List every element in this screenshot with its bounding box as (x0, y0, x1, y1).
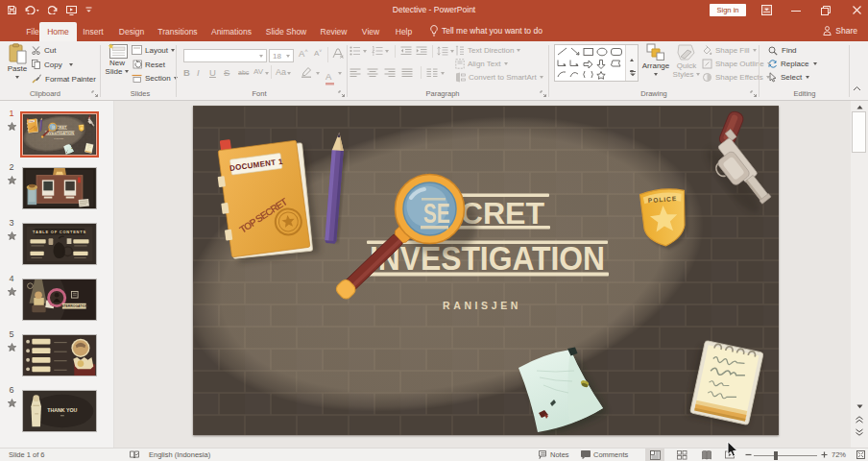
tab-view[interactable]: View (355, 22, 386, 41)
slide-subtitle[interactable]: RANISJEN (443, 300, 521, 311)
decrease-font-size-button[interactable]: A˅ (314, 48, 327, 58)
arrange-button[interactable]: Arrange (641, 43, 670, 76)
minimize-button[interactable] (782, 0, 810, 20)
sign-in-button[interactable]: Sign in (710, 4, 746, 17)
clear-formatting-button[interactable] (332, 48, 346, 59)
tab-slide-show[interactable]: Slide Show (261, 22, 311, 41)
format-painter-button[interactable]: Format Painter (32, 74, 96, 84)
shape-effects-button[interactable]: Shape Effects (702, 72, 770, 83)
replace-button[interactable]: Replace (767, 59, 817, 69)
slide-canvas[interactable]: DOCUMENT 1 TOP SECRET (193, 106, 779, 435)
select-button[interactable]: Select (768, 72, 809, 83)
font-size-combobox[interactable]: 18 (269, 49, 294, 62)
zoom-out-button[interactable] (745, 449, 752, 461)
find-button[interactable]: Find (768, 45, 797, 56)
slide-sorter-view-button[interactable] (672, 449, 691, 461)
columns-dropdown[interactable] (441, 72, 445, 75)
tab-insert[interactable]: Insert (79, 22, 108, 41)
zoom-slider-thumb[interactable] (774, 451, 778, 460)
slide-thumbnail-3[interactable]: TABLE OF CONTENTS (22, 223, 97, 265)
align-right-button[interactable] (384, 68, 396, 78)
slide-6-animation-star-icon[interactable] (8, 399, 16, 407)
new-slide-dropdown[interactable] (125, 70, 129, 73)
paragraph-dialog-launcher[interactable] (540, 90, 547, 98)
tab-home[interactable]: Home (39, 22, 77, 41)
tell-me-box[interactable]: Tell me what you want to do (430, 20, 542, 41)
align-text-button[interactable]: Align Text (455, 59, 508, 69)
shape-outline-button[interactable]: Shape Outline (702, 59, 771, 69)
layout-dropdown[interactable] (171, 49, 175, 52)
align-center-button[interactable] (367, 68, 378, 78)
bold-button[interactable]: B (183, 67, 192, 78)
slide-thumbnail-6[interactable]: THANK YOU (22, 390, 97, 432)
share-button[interactable]: Share (823, 20, 857, 41)
paste-button[interactable]: Paste (4, 43, 31, 79)
zoom-level[interactable]: 72% (832, 449, 846, 461)
fit-slide-to-window-button[interactable] (856, 449, 865, 461)
text-shadow-button[interactable]: abc (238, 69, 252, 76)
increase-indent-button[interactable] (416, 46, 427, 56)
highlight-color-dropdown[interactable] (316, 72, 320, 75)
italic-button[interactable]: I (197, 67, 205, 78)
tab-review[interactable]: Review (316, 22, 351, 41)
font-name-combobox[interactable] (183, 49, 267, 62)
clipboard-dialog-launcher[interactable] (91, 90, 99, 98)
ribbon-display-options-button[interactable] (752, 0, 781, 20)
shapes-more[interactable] (629, 70, 637, 78)
cut-button[interactable]: Cut (32, 45, 56, 55)
numbering-dropdown[interactable] (385, 50, 389, 53)
layout-button[interactable]: Layout (132, 45, 175, 55)
copy-button[interactable]: Copy (32, 60, 73, 69)
font-color-button[interactable]: A (326, 66, 334, 85)
close-button[interactable] (842, 0, 868, 20)
proofing-icon[interactable] (130, 449, 139, 461)
arrange-dropdown[interactable] (654, 73, 658, 76)
reset-button[interactable]: Reset (132, 60, 165, 69)
notes-button[interactable]: Notes (539, 449, 569, 461)
scroll-down-button[interactable] (852, 401, 867, 411)
comments-button[interactable]: Comments (581, 449, 628, 461)
tab-design[interactable]: Design (114, 22, 149, 41)
font-name-dropdown[interactable] (259, 55, 263, 58)
shape-gallery[interactable] (554, 44, 639, 82)
underline-button[interactable]: U (209, 67, 218, 78)
slide-thumbnail-4[interactable]: INTERROGATION (22, 279, 97, 321)
paste-dropdown[interactable] (15, 76, 19, 79)
zoom-in-button[interactable] (821, 449, 828, 461)
maximize-button[interactable] (811, 0, 840, 20)
decrease-indent-button[interactable] (400, 46, 412, 56)
increase-font-size-button[interactable]: A˄ (299, 48, 312, 59)
convert-to-smartart-button[interactable]: Convert to SmartArt (455, 72, 543, 83)
scroll-up-button[interactable] (852, 102, 867, 111)
character-spacing-dropdown[interactable] (265, 72, 269, 75)
line-spacing-dropdown[interactable] (450, 50, 454, 53)
section-button[interactable]: Section (132, 73, 178, 83)
line-spacing-button[interactable] (437, 46, 448, 56)
text-direction-button[interactable]: Text Direction (455, 45, 520, 56)
bullets-dropdown[interactable] (363, 50, 367, 53)
collapse-ribbon-button[interactable] (853, 85, 864, 95)
align-left-button[interactable] (350, 68, 361, 78)
numbering-button[interactable] (372, 46, 383, 56)
copy-dropdown[interactable] (69, 63, 73, 66)
bullets-button[interactable] (350, 46, 361, 56)
slide-2-animation-star-icon[interactable] (8, 176, 16, 184)
slide-5-animation-star-icon[interactable] (8, 343, 16, 352)
zoom-slider-track[interactable] (754, 455, 817, 456)
tab-help[interactable]: Help (390, 22, 418, 41)
drawing-dialog-launcher[interactable] (750, 90, 758, 98)
slide-thumbnail-1[interactable] (22, 113, 97, 156)
columns-button[interactable] (426, 68, 438, 78)
next-slide-button[interactable] (852, 427, 867, 437)
select-dropdown[interactable] (806, 76, 809, 79)
quick-styles-button[interactable]: Quick Styles (672, 43, 701, 79)
strikethrough-button[interactable]: S (224, 67, 232, 78)
slide-indicator[interactable]: Slide 1 of 6 (9, 449, 45, 461)
slide-thumbnail-5[interactable] (22, 334, 97, 376)
tab-animations[interactable]: Animations (206, 22, 256, 41)
vertical-scrollbar[interactable] (851, 101, 868, 448)
reading-view-button[interactable] (697, 449, 716, 461)
scrollbar-thumb[interactable] (852, 111, 866, 153)
shape-fill-button[interactable]: Shape Fill (702, 45, 757, 56)
slide-4-animation-star-icon[interactable] (8, 287, 16, 296)
